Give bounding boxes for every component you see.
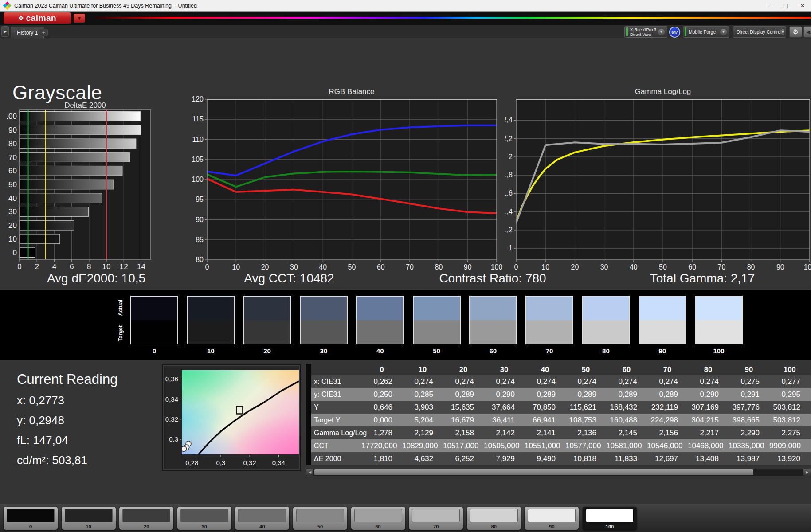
- table-cell: 108,753: [565, 416, 606, 425]
- swatch-10: [187, 296, 235, 344]
- settings-gear-button[interactable]: ⚙: [789, 26, 802, 38]
- close-button[interactable]: ✕: [794, 0, 811, 11]
- minimize-button[interactable]: –: [760, 0, 777, 11]
- svg-text:110: 110: [192, 136, 204, 143]
- svg-text:10: 10: [541, 263, 549, 271]
- add-tab-button[interactable]: +: [39, 29, 48, 36]
- calman-menu-arrow-button[interactable]: ▼: [74, 14, 85, 23]
- patch-swatch: [65, 509, 113, 522]
- table-cell: 0,277: [769, 377, 810, 386]
- current-reading-cdm2: cd/m²: 503,81: [17, 454, 87, 467]
- table-cell: 0,000: [361, 416, 402, 425]
- table-cell: 397,776: [729, 403, 769, 412]
- swatch-actual: [470, 297, 516, 320]
- table-column-header: 30: [484, 365, 525, 374]
- meter-dropdown[interactable]: X-Rite i1Pro 3 Direct View ▼: [624, 26, 667, 38]
- patch-label: 80: [467, 524, 521, 529]
- display-control-dropdown[interactable]: Direct Display Control ▼: [733, 26, 786, 38]
- swatch-target: [244, 320, 290, 344]
- table-cell: 13,987: [729, 454, 769, 463]
- table-scrollbar[interactable]: ◀ ▶: [306, 469, 811, 476]
- maximize-button[interactable]: □: [777, 0, 794, 11]
- svg-text:Gamma Log/Log: Gamma Log/Log: [635, 87, 691, 96]
- meter-count-badge: 647: [669, 27, 680, 38]
- source-dropdown[interactable]: Mobile Forge ▼: [683, 26, 729, 38]
- table-cell: 9,490: [525, 454, 565, 463]
- table-cell: 115,621: [565, 403, 606, 412]
- table-row: y: CIE310,2500,2850,2890,2900,2890,2890,…: [306, 388, 811, 401]
- svg-text:30: 30: [8, 207, 17, 216]
- table-cell: 11,833: [606, 454, 647, 463]
- table-cell: 304,215: [688, 416, 729, 425]
- swatch-target: [131, 320, 177, 344]
- patch-button-90[interactable]: 90: [525, 507, 579, 530]
- table-cell: 6,252: [443, 454, 484, 463]
- table-cell: 0,274: [688, 377, 729, 386]
- svg-text:80: 80: [435, 263, 443, 271]
- svg-text:1,4: 1,4: [505, 208, 513, 215]
- svg-text:100: 100: [804, 263, 811, 271]
- table-cell: 0,289: [606, 390, 647, 399]
- patch-button-60[interactable]: 60: [351, 507, 405, 530]
- patch-swatch: [180, 509, 228, 522]
- svg-text:0: 0: [205, 263, 209, 271]
- table-cell: 0,291: [729, 390, 769, 399]
- patch-button-70[interactable]: 70: [409, 507, 463, 530]
- patch-label: 90: [525, 524, 579, 529]
- swatch-label: 10: [186, 347, 235, 355]
- scrollbar-thumb[interactable]: [314, 469, 753, 475]
- svg-text:120: 120: [192, 95, 204, 103]
- collapse-panel-button[interactable]: ◀: [803, 26, 811, 38]
- calman-menu-button[interactable]: ❖ calman: [4, 12, 71, 24]
- patch-button-100[interactable]: 100: [583, 507, 637, 530]
- swatch-70: [525, 296, 573, 344]
- patch-button-20[interactable]: 20: [119, 507, 173, 530]
- table-cell: 66,941: [525, 416, 565, 425]
- swatch-actual: [131, 297, 177, 320]
- patch-button-40[interactable]: 40: [235, 507, 289, 530]
- table-cell: 2,141: [525, 429, 565, 438]
- patch-button-80[interactable]: 80: [467, 507, 521, 530]
- table-cell: 0,274: [565, 377, 606, 386]
- svg-text:90: 90: [196, 216, 204, 223]
- svg-text:40: 40: [319, 263, 327, 271]
- table-column-header: 100: [769, 365, 810, 374]
- swatch-actual: [301, 297, 347, 320]
- table-cell: 160,488: [606, 416, 647, 425]
- scroll-left-button[interactable]: ◀: [306, 469, 313, 476]
- table-cell: 0,289: [565, 390, 606, 399]
- swatch-actual: [526, 297, 572, 320]
- patch-swatch: [296, 509, 344, 522]
- swatch-label: 90: [638, 347, 687, 355]
- table-cell: 10,818: [565, 454, 606, 463]
- patch-button-10[interactable]: 10: [62, 507, 116, 530]
- patch-button-0[interactable]: 0: [4, 507, 58, 530]
- patch-button-30[interactable]: 30: [177, 507, 231, 530]
- stat-avg-de2000: Avg dE2000: 10,5: [47, 271, 145, 286]
- table-column-header: 80: [688, 365, 729, 374]
- table-cell: 2,136: [565, 429, 606, 438]
- svg-text:0: 0: [514, 263, 518, 271]
- swatch-actual: [244, 297, 290, 320]
- table-cell: 0,285: [402, 390, 443, 399]
- swatch-80: [582, 296, 630, 344]
- calman-app-window: Calman 2023 Calman Ultimate for Business…: [0, 0, 811, 532]
- scroll-right-button[interactable]: ▶: [803, 469, 811, 476]
- table-cell: 0,289: [525, 390, 565, 399]
- table-row-label: Gamma Log/Log: [311, 429, 361, 437]
- table-cell: 7,929: [484, 454, 525, 463]
- table-cell: 2,142: [484, 429, 525, 438]
- table-row-label: Y: [311, 403, 361, 411]
- svg-text:90: 90: [776, 263, 784, 271]
- table-cell: 0,289: [647, 390, 688, 399]
- layout-expander-button[interactable]: ▶: [1, 26, 9, 37]
- svg-text:1,6: 1,6: [505, 189, 513, 197]
- table-cell: 10829,000: [402, 442, 443, 450]
- scrollbar-track[interactable]: [313, 469, 803, 476]
- current-reading-y: y: 0,2948: [17, 414, 64, 427]
- svg-text:90: 90: [464, 263, 472, 271]
- svg-text:115: 115: [192, 115, 204, 123]
- measurement-table: 0102030405060708090100x: CIE310,2620,274…: [306, 364, 811, 465]
- table-cell: 0,274: [402, 377, 443, 386]
- patch-button-50[interactable]: 50: [293, 507, 347, 530]
